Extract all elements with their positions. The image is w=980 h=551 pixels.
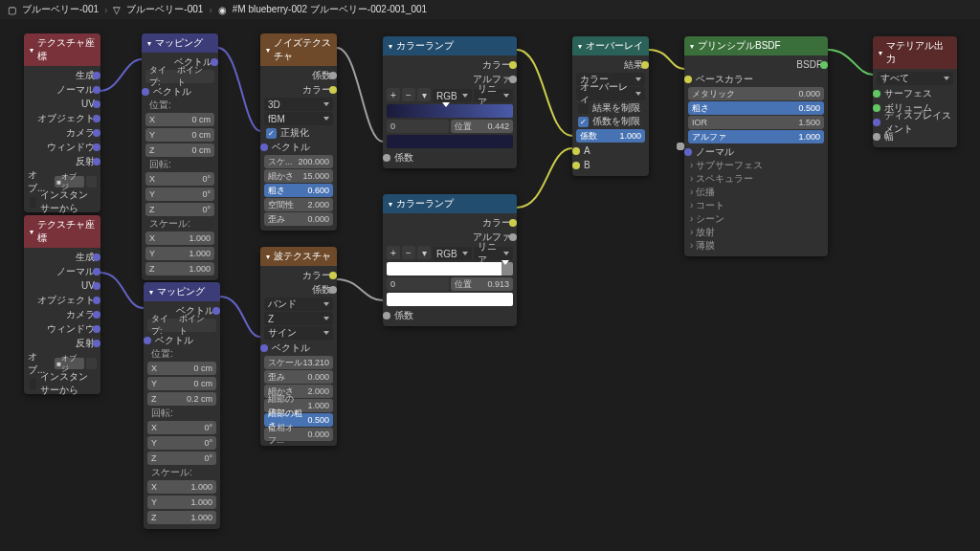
scale-field[interactable]: スケ...200.000 [264, 155, 333, 168]
scale-field[interactable]: スケール13.210 [264, 356, 333, 369]
wave-axis-dropdown[interactable]: Z [264, 312, 333, 325]
loc-z[interactable]: Z0 cm [145, 143, 214, 157]
noise-type-dropdown[interactable]: fBM [264, 112, 333, 125]
output-generated[interactable]: 生成 [28, 68, 97, 82]
input-a[interactable]: A [576, 143, 645, 158]
rot-z[interactable]: Z0° [145, 203, 214, 216]
eyedropper-icon[interactable] [86, 176, 97, 187]
interpolation-dropdown[interactable]: リニア [474, 247, 513, 260]
stop-index[interactable]: 0 [387, 120, 449, 133]
rot-z[interactable]: Z0° [147, 452, 216, 465]
remove-stop-button[interactable]: − [402, 246, 415, 259]
bc-item-2[interactable]: #M blueberry-002 ブルーベリー-002-001_001 [233, 3, 427, 16]
ramp-menu-button[interactable]: ▾ [417, 88, 431, 101]
factor-field[interactable]: 係数1.000 [576, 129, 645, 143]
rot-y[interactable]: Y0° [147, 436, 216, 450]
ior-field[interactable]: IOR1.500 [688, 116, 824, 129]
output-object[interactable]: オブジェクト [28, 111, 97, 125]
clamp-result-checkbox[interactable]: ✓結果を制限 [576, 101, 645, 115]
node-wave-texture[interactable]: ▾波テクスチャ カラー 係数 バンド Z サイン ベクトル スケール13.210… [260, 247, 337, 446]
node-header[interactable]: ▾マッピング [144, 282, 220, 301]
color-swatch[interactable] [387, 293, 513, 306]
input-vector[interactable]: ベクトル [145, 84, 214, 99]
detail-field[interactable]: 細かさ15.000 [264, 169, 333, 183]
output-color[interactable]: カラー [387, 57, 513, 72]
input-surface[interactable]: サーフェス [877, 86, 953, 100]
colorspace-dropdown[interactable]: RGB [433, 89, 472, 102]
bc-item-0[interactable]: ブルーベリー-001 [22, 3, 99, 16]
output-camera[interactable]: カメラ [28, 125, 97, 140]
output-uv[interactable]: UV [28, 278, 97, 293]
from-instancer-checkbox[interactable]: ✓インスタンサーから [28, 377, 97, 390]
node-texture-coordinate-1[interactable]: ▾テクスチャ座標 生成 ノーマル UV オブジェクト カメラ ウィンドウ 反射 … [24, 33, 100, 212]
specular-expand[interactable]: スペキュラー [688, 172, 824, 186]
input-vector[interactable]: ベクトル [147, 333, 216, 347]
output-color[interactable]: カラー [264, 82, 333, 97]
output-vector[interactable]: ベクトル [147, 303, 216, 318]
input-fac[interactable]: 係数 [387, 308, 513, 322]
coat-expand[interactable]: コート [688, 199, 824, 212]
node-principled-bsdf[interactable]: ▾プリンシプルBSDF BSDF ベースカラー メタリック0.000 粗さ0.5… [684, 36, 828, 256]
output-bsdf[interactable]: BSDF [688, 57, 824, 72]
type-dropdown[interactable]: タイプ:ポイント [145, 70, 214, 83]
output-alpha[interactable]: アルファ [387, 230, 513, 244]
roughness-field[interactable]: 粗さ0.500 [688, 101, 824, 115]
dimension-dropdown[interactable]: 3D [264, 98, 333, 111]
node-header[interactable]: ▾カラーランプ [383, 194, 517, 213]
metallic-field[interactable]: メタリック0.000 [688, 87, 824, 100]
input-b[interactable]: B [576, 158, 645, 172]
node-texture-coordinate-2[interactable]: ▾テクスチャ座標 生成 ノーマル UV オブジェクト カメラ ウィンドウ 反射 … [24, 215, 100, 394]
node-mix-overlay[interactable]: ▾オーバーレイ 結果 カラー オーバーレイ ✓結果を制限 ✓係数を制限 係数1.… [572, 36, 649, 176]
normalize-checkbox[interactable]: ✓正規化 [264, 126, 333, 140]
subsurface-expand[interactable]: サブサーフェス [688, 159, 824, 172]
node-header[interactable]: ▾テクスチャ座標 [24, 33, 100, 66]
scale-y[interactable]: Y1.000 [145, 247, 214, 260]
input-vector[interactable]: ベクトル [264, 140, 333, 154]
transmission-expand[interactable]: 伝播 [688, 186, 824, 199]
output-uv[interactable]: UV [28, 97, 97, 111]
node-color-ramp-2[interactable]: ▾カラーランプ カラー アルファ + − ▾ RGB リニア 0 位置0.913… [383, 194, 517, 326]
from-instancer-checkbox[interactable]: ✓インスタンサーから [28, 195, 97, 209]
node-header[interactable]: ▾カラーランプ [383, 36, 517, 55]
node-header[interactable]: ▾ノイズテクスチャ [260, 33, 337, 66]
rot-x[interactable]: X0° [147, 421, 216, 434]
scale-z[interactable]: Z1.000 [147, 511, 216, 524]
blendmode-dropdown[interactable]: オーバーレイ [576, 87, 645, 100]
output-reflection[interactable]: 反射 [28, 154, 97, 168]
distortion-field[interactable]: 歪み0.000 [264, 370, 333, 384]
emission-expand[interactable]: 放射 [688, 226, 824, 239]
scale-y[interactable]: Y1.000 [147, 496, 216, 509]
color-swatch[interactable] [387, 135, 513, 148]
output-camera[interactable]: カメラ [28, 307, 97, 321]
node-header[interactable]: ▾テクスチャ座標 [24, 215, 100, 248]
distortion-field[interactable]: 歪み0.000 [264, 212, 333, 226]
node-mapping-1[interactable]: ▾マッピング ベクトル タイプ:ポイント ベクトル 位置: X0 cmY0 cm… [142, 33, 218, 280]
target-dropdown[interactable]: すべて [877, 72, 953, 85]
output-normal[interactable]: ノーマル [28, 82, 97, 97]
output-fac[interactable]: 係数 [264, 282, 333, 297]
input-displacement[interactable]: ディスプレイスメント [877, 115, 953, 129]
output-color[interactable]: カラー [387, 215, 513, 230]
scale-x[interactable]: X1.000 [147, 480, 216, 494]
clamp-factor-checkbox[interactable]: ✓係数を制限 [576, 115, 645, 128]
lacunarity-field[interactable]: 空間性2.000 [264, 198, 333, 211]
node-material-output[interactable]: ▾マテリアル出力 すべて サーフェス ボリューム ディスプレイスメント 幅 [873, 36, 957, 147]
add-stop-button[interactable]: + [387, 88, 400, 101]
input-base-color[interactable]: ベースカラー [688, 72, 824, 86]
node-noise-texture[interactable]: ▾ノイズテクスチャ 係数 カラー 3D fBM ✓正規化 ベクトル スケ...2… [260, 33, 337, 231]
loc-x[interactable]: X0 cm [147, 362, 216, 375]
add-stop-button[interactable]: + [387, 246, 400, 259]
thinfilm-expand[interactable]: 薄膜 [688, 239, 824, 253]
input-fac[interactable]: 係数 [387, 150, 513, 165]
node-header[interactable]: ▾プリンシプルBSDF [684, 36, 828, 55]
remove-stop-button[interactable]: − [402, 88, 415, 101]
wave-profile-dropdown[interactable]: サイン [264, 326, 333, 340]
roughness-field[interactable]: 粗さ0.600 [264, 184, 333, 197]
output-window[interactable]: ウィンドウ [28, 321, 97, 336]
output-color[interactable]: カラー [264, 268, 333, 282]
node-mapping-2[interactable]: ▾マッピング ベクトル タイプ:ポイント ベクトル 位置: X0 cmY0 cm… [144, 282, 220, 529]
gradient[interactable] [387, 104, 513, 118]
node-header[interactable]: ▾波テクスチャ [260, 247, 337, 266]
output-reflection[interactable]: 反射 [28, 336, 97, 350]
loc-y[interactable]: Y0 cm [145, 128, 214, 142]
